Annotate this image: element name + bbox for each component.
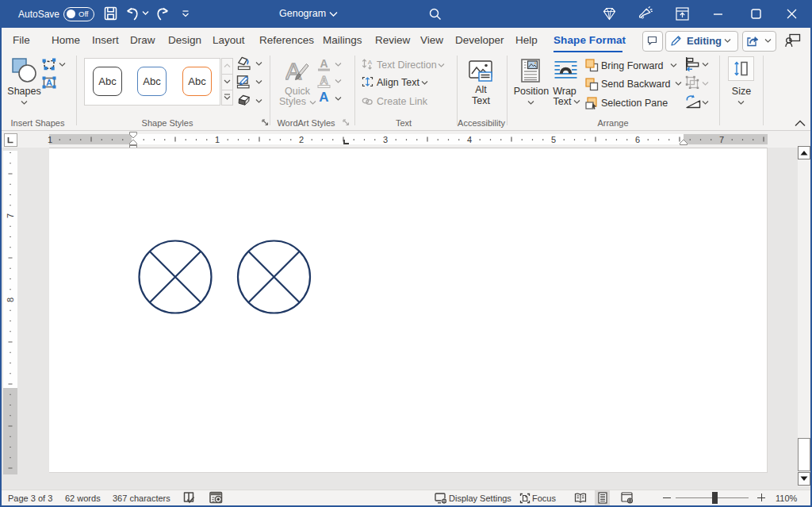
svg-text:A: A — [320, 75, 327, 86]
svg-text:A: A — [368, 59, 373, 66]
svg-text:8: 8 — [6, 298, 15, 302]
svg-text:6: 6 — [635, 135, 640, 144]
svg-text:2: 2 — [299, 135, 304, 144]
svg-text:A: A — [285, 59, 301, 84]
svg-text:A: A — [320, 58, 327, 70]
svg-text:3: 3 — [383, 135, 388, 144]
svg-text:1: 1 — [48, 135, 52, 144]
svg-text:A: A — [46, 78, 52, 87]
svg-text:1: 1 — [215, 135, 220, 144]
svg-text:7: 7 — [719, 135, 724, 144]
svg-text:7: 7 — [6, 213, 15, 218]
svg-text:A: A — [319, 90, 328, 105]
svg-text:4: 4 — [467, 135, 472, 144]
svg-text:5: 5 — [551, 135, 556, 144]
